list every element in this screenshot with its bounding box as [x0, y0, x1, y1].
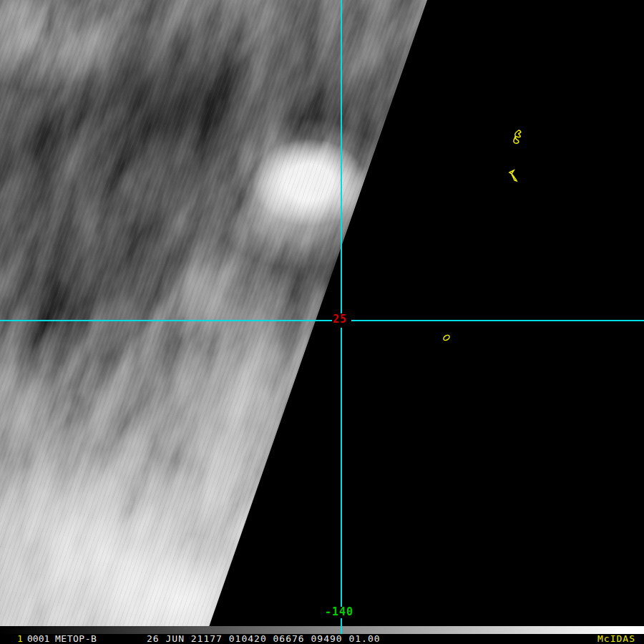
longitude-gridline-top: [341, 0, 342, 313]
mcidas-brand: McIDAS: [597, 634, 635, 644]
latitude-label: 25: [333, 314, 347, 325]
image-datetime: 26 JUN 21177 010420 06676 09490 01.00: [147, 634, 381, 644]
scanline-texture: [0, 0, 644, 627]
island-outline-north-icon: [514, 130, 521, 143]
island-outline-atoll-icon: [443, 334, 451, 341]
satellite-name: METOP-B: [55, 634, 97, 644]
island-outline-mid-icon: [509, 170, 517, 181]
latitude-gridline-right: [351, 320, 644, 321]
frame-number: 1: [17, 634, 23, 644]
mcidas-window: 25 -140 1 0001 METOP-B 26 JUN 21177 0104…: [0, 0, 644, 644]
longitude-label: -140: [325, 607, 353, 618]
status-bar: 1 0001 METOP-B 26 JUN 21177 010420 06676…: [0, 634, 644, 644]
longitude-gridline-bottom: [341, 618, 342, 634]
image-id: 0001: [27, 634, 49, 644]
latitude-gridline-left: [0, 320, 332, 321]
satellite-image-canvas[interactable]: [0, 0, 644, 627]
longitude-gridline-mid: [341, 328, 342, 607]
